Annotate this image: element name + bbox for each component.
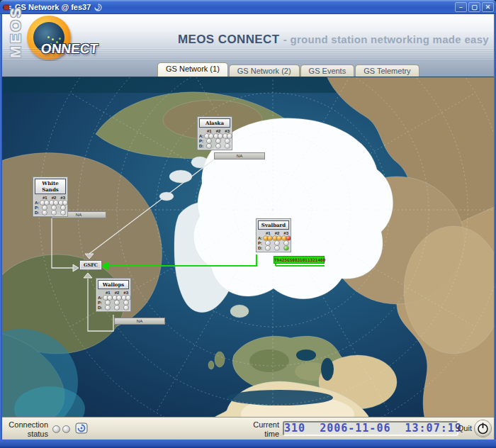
station-row-a: A:: [258, 236, 291, 240]
station-row-d: D:: [258, 246, 291, 250]
station-row-a: A:: [35, 201, 67, 205]
logo-globe-icon: [27, 16, 71, 60]
station-title-alaska[interactable]: Alaska: [199, 118, 230, 128]
status-led: [225, 139, 230, 143]
station-panel-svalbard: Svalbard#1#2#3A:P:D:: [256, 218, 291, 252]
tab-gs-network-1[interactable]: GS Network (1): [157, 62, 228, 77]
antenna-column-headers: #1#2#3: [103, 291, 130, 295]
status-led: [126, 296, 130, 300]
page-tagline: - ground station networking made easy: [283, 33, 489, 45]
status-led: [61, 211, 65, 215]
active-pass-tag-svalbard: T9425GS0831011321400: [274, 256, 325, 264]
status-led: [216, 139, 220, 143]
maximize-button[interactable]: ▢: [468, 2, 480, 12]
schedule-bar-wallops: NA: [114, 318, 165, 325]
swirl-icon: [94, 3, 103, 12]
status-led: [277, 236, 281, 240]
station-title-svalbard[interactable]: Svalbard: [258, 220, 289, 230]
status-led: [52, 206, 56, 210]
app-window: GS Network @ fes37 – ▢ ✕ MEOS ONNECT MEO…: [0, 0, 496, 448]
station-title-wallops[interactable]: Wallops: [98, 280, 129, 289]
status-led: [45, 201, 49, 205]
tab-gs-network-2[interactable]: GS Network (2): [229, 65, 300, 77]
station-row-a: A:: [98, 296, 130, 300]
connection-led-1: [52, 425, 60, 433]
logo-connect-text: ONNECT: [40, 41, 99, 57]
connection-led-2: [62, 425, 70, 433]
status-led: [207, 139, 211, 143]
quit-label: Quit: [458, 424, 472, 433]
tab-strip: GS Network (1)GS Network (2)GS EventsGS …: [0, 61, 496, 77]
station-row-p: P:: [98, 301, 130, 305]
minimize-button[interactable]: –: [455, 2, 467, 12]
close-button[interactable]: ✕: [482, 2, 494, 12]
window-title: GS Network @ fes37: [15, 3, 91, 11]
power-icon: [475, 420, 491, 437]
station-row-d: D:: [35, 211, 67, 215]
logo-meos-text: MEOS: [7, 6, 24, 58]
status-led: [284, 246, 288, 250]
lcd-time-display: 310 2006-11-06 13:07:19: [283, 421, 458, 436]
status-led: [106, 301, 110, 305]
status-led: [282, 236, 286, 240]
status-led: [108, 296, 112, 300]
status-led: [225, 144, 230, 148]
meos-connect-logo: MEOS ONNECT: [3, 14, 169, 61]
status-led: [59, 201, 63, 205]
quit-button[interactable]: [475, 420, 491, 437]
status-led: [266, 241, 270, 245]
gsfc-node[interactable]: GSFC: [79, 260, 102, 270]
status-led: [122, 296, 126, 300]
station-panel-wallops: Wallops#1#2#3A:P:D:: [96, 278, 131, 312]
status-led: [218, 134, 222, 138]
status-led: [284, 241, 288, 245]
status-led: [43, 206, 47, 210]
status-bar: Connection status Current time 310 2006-…: [0, 417, 496, 439]
status-led: [124, 301, 128, 305]
status-led: [63, 201, 67, 205]
status-led: [117, 296, 121, 300]
current-time-label: Current time: [248, 420, 279, 438]
status-led: [207, 144, 211, 148]
tab-gs-events[interactable]: GS Events: [300, 65, 355, 77]
status-led: [268, 236, 272, 240]
status-led: [227, 134, 232, 138]
title-bar: GS Network @ fes37 – ▢ ✕: [0, 0, 496, 14]
station-row-d: D:: [199, 144, 232, 148]
status-led: [106, 306, 110, 310]
status-led: [216, 144, 220, 148]
connection-icon[interactable]: [74, 421, 91, 437]
antenna-column-headers: #1#2#3: [205, 129, 232, 133]
station-panel-white-sands: White Sands#1#2#3A:P:D:: [33, 177, 68, 217]
station-row-a: A:: [199, 134, 232, 138]
status-led: [124, 306, 128, 310]
station-row-d: D:: [98, 306, 130, 310]
status-led: [52, 211, 56, 215]
window-border-bottom: [0, 439, 496, 448]
tab-gs-telemetry[interactable]: GS Telemetry: [355, 65, 419, 77]
status-led: [275, 246, 279, 250]
status-led: [54, 201, 58, 205]
schedule-bar-alaska: NA: [214, 152, 265, 159]
station-title-white-sands[interactable]: White Sands: [35, 179, 66, 194]
station-panel-alaska: Alaska#1#2#3A:P:D:: [197, 116, 232, 150]
polar-map: Alaska#1#2#3A:P:D:NAWhite Sands#1#2#3A:P…: [0, 77, 496, 417]
app-header: MEOS ONNECT MEOS CONNECT - ground statio…: [0, 14, 496, 61]
station-row-p: P:: [199, 139, 232, 143]
status-led: [209, 134, 213, 138]
status-led: [43, 211, 47, 215]
status-led: [223, 134, 227, 138]
status-led: [266, 246, 270, 250]
status-led: [115, 301, 119, 305]
connection-status-label: Connection status: [4, 420, 48, 438]
antenna-column-headers: #1#2#3: [264, 231, 291, 235]
status-led: [61, 206, 65, 210]
status-led: [286, 236, 291, 240]
status-led: [115, 306, 119, 310]
page-title: MEOS CONNECT - ground station networking…: [178, 33, 489, 47]
station-row-p: P:: [35, 206, 67, 210]
window-border-left: [0, 14, 2, 439]
map-canvas: [0, 77, 496, 417]
station-row-p: P:: [258, 241, 291, 245]
antenna-column-headers: #1#2#3: [40, 196, 67, 200]
